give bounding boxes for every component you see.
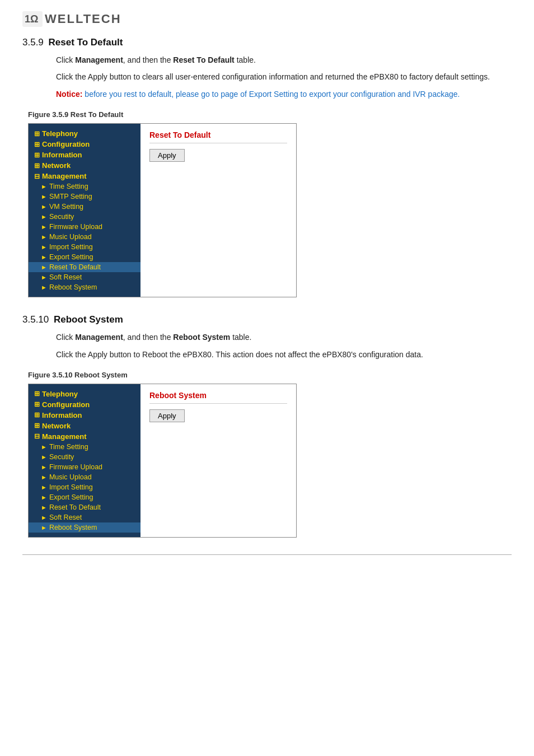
sidebar2-item-export-setting[interactable]: ► Export Setting <box>29 492 140 502</box>
section-3510-desc1: Click Management, and then the Reboot Sy… <box>56 331 512 343</box>
sidebar-item-smtp-setting-label: SMTP Setting <box>49 193 92 200</box>
plus-icon: ⊞ <box>34 390 40 398</box>
arrow-icon: ► <box>41 494 47 501</box>
sidebar2-item-reboot-system[interactable]: ► Reboot System <box>29 522 140 533</box>
sidebar2-item-secutity[interactable]: ► Secutity <box>29 452 140 462</box>
sidebar-item-configuration-label: Configuration <box>42 140 90 148</box>
page-divider <box>22 554 512 555</box>
sidebar-item-vm-setting[interactable]: ► VM Setting <box>29 202 140 212</box>
sidebar2-item-telephony-label: Telephony <box>42 390 78 398</box>
sidebar-item-reboot-system-label: Reboot System <box>49 283 97 291</box>
plus-icon: ⊞ <box>34 130 40 138</box>
sidebar-item-import-setting[interactable]: ► Import Setting <box>29 242 140 252</box>
sidebar-item-time-setting[interactable]: ► Time Setting <box>29 181 140 192</box>
section-359-heading: 3.5.9 Reset To Default <box>22 37 512 48</box>
sidebar-item-telephony[interactable]: ⊞ Telephony <box>29 128 140 139</box>
sidebar2-item-soft-reset[interactable]: ► Soft Reset <box>29 512 140 522</box>
logo-icon: 1Ω <box>22 11 43 27</box>
sidebar-item-music-upload-label: Music Upload <box>49 233 92 241</box>
sidebar-item-time-setting-label: Time Setting <box>49 183 88 190</box>
section-359-title: Reset To Default <box>49 37 123 48</box>
notice-label: Notice: <box>56 90 82 99</box>
figure-359-sidebar: ⊞ Telephony ⊞ Configuration ⊞ Informatio… <box>29 124 140 297</box>
arrow-icon: ► <box>41 444 47 450</box>
arrow-icon: ► <box>41 474 47 480</box>
sidebar-item-reset-to-default-label: Reset To Default <box>49 263 101 271</box>
sidebar-item-firmware-upload[interactable]: ► Firmware Upload <box>29 222 140 232</box>
arrow-icon: ► <box>41 524 47 531</box>
arrow-icon: ► <box>41 183 47 190</box>
sidebar2-item-management-label: Management <box>42 432 86 441</box>
sidebar-item-management[interactable]: ⊟ Management <box>29 171 140 181</box>
sidebar-item-export-setting-label: Export Setting <box>49 253 93 261</box>
arrow-icon: ► <box>41 264 47 270</box>
sidebar-item-information[interactable]: ⊞ Information <box>29 150 140 160</box>
plus-icon: ⊞ <box>34 151 40 159</box>
arrow-icon: ► <box>41 223 47 230</box>
figure-359-main-title: Reset To Default <box>149 130 287 143</box>
sidebar2-item-import-setting-label: Import Setting <box>49 483 93 491</box>
figure-359-main: Reset To Default Apply <box>140 124 296 297</box>
arrow-icon: ► <box>41 244 47 250</box>
sidebar2-item-soft-reset-label: Soft Reset <box>49 514 82 521</box>
sidebar2-item-secutity-label: Secutity <box>49 453 74 461</box>
arrow-icon: ► <box>41 514 47 521</box>
sidebar2-item-music-upload[interactable]: ► Music Upload <box>29 472 140 482</box>
sidebar-item-secutity[interactable]: ► Secutity <box>29 212 140 222</box>
logo-text: WELLTECH <box>45 12 121 26</box>
sidebar-item-soft-reset-label: Soft Reset <box>49 273 82 281</box>
section-359-desc2: Click the Apply button to clears all use… <box>56 71 512 83</box>
plus-icon: ⊞ <box>34 422 40 430</box>
figure-3510-apply-button[interactable]: Apply <box>149 409 185 422</box>
sidebar-item-smtp-setting[interactable]: ► SMTP Setting <box>29 192 140 202</box>
sidebar2-item-telephony[interactable]: ⊞ Telephony <box>29 389 140 399</box>
arrow-icon: ► <box>41 193 47 200</box>
arrow-icon: ► <box>41 203 47 210</box>
sidebar-item-reboot-system[interactable]: ► Reboot System <box>29 282 140 292</box>
sidebar2-item-export-setting-label: Export Setting <box>49 493 93 501</box>
sidebar2-item-network[interactable]: ⊞ Network <box>29 421 140 431</box>
sidebar2-item-import-setting[interactable]: ► Import Setting <box>29 482 140 492</box>
sidebar2-item-management[interactable]: ⊟ Management <box>29 431 140 442</box>
plus-icon: ⊞ <box>34 141 40 148</box>
sidebar-item-configuration[interactable]: ⊞ Configuration <box>29 139 140 150</box>
sidebar-item-secutity-label: Secutity <box>49 213 74 221</box>
arrow-icon: ► <box>41 454 47 460</box>
section-359-desc1: Click Management, and then the Reset To … <box>56 54 512 66</box>
plus-icon: ⊞ <box>34 411 40 419</box>
sidebar2-item-information-label: Information <box>42 411 82 419</box>
figure-359-apply-button[interactable]: Apply <box>149 149 185 162</box>
arrow-icon: ► <box>41 213 47 220</box>
sidebar-item-telephony-label: Telephony <box>42 129 78 138</box>
section-359-notice: Notice: before you rest to default, plea… <box>56 88 512 100</box>
logo-area: 1Ω WELLTECH <box>22 11 512 27</box>
sidebar-item-network[interactable]: ⊞ Network <box>29 160 140 171</box>
plus-icon: ⊞ <box>34 400 40 408</box>
sidebar2-item-configuration-label: Configuration <box>42 400 90 409</box>
sidebar2-item-reset-to-default-label: Reset To Default <box>49 503 101 511</box>
section-3510-heading: 3.5.10 Reboot System <box>22 314 512 325</box>
section-359: 3.5.9 Reset To Default Click Management,… <box>22 37 512 297</box>
sidebar-item-soft-reset[interactable]: ► Soft Reset <box>29 272 140 282</box>
section-3510-desc2: Click the Apply button to Reboot the ePB… <box>56 348 512 361</box>
sidebar-item-reset-to-default[interactable]: ► Reset To Default <box>29 262 140 272</box>
plus-icon: ⊞ <box>34 162 40 170</box>
arrow-icon: ► <box>41 254 47 260</box>
arrow-icon: ► <box>41 284 47 291</box>
sidebar-item-export-setting[interactable]: ► Export Setting <box>29 252 140 262</box>
sidebar-item-network-label: Network <box>42 161 71 170</box>
sidebar2-item-configuration[interactable]: ⊞ Configuration <box>29 399 140 410</box>
sidebar-item-firmware-upload-label: Firmware Upload <box>49 223 102 231</box>
sidebar2-item-firmware-upload[interactable]: ► Firmware Upload <box>29 462 140 472</box>
sidebar2-item-time-setting-label: Time Setting <box>49 443 88 451</box>
section-3510: 3.5.10 Reboot System Click Management, a… <box>22 314 512 538</box>
arrow-icon: ► <box>41 234 47 240</box>
svg-text:1Ω: 1Ω <box>25 13 38 25</box>
sidebar2-item-time-setting[interactable]: ► Time Setting <box>29 442 140 452</box>
sidebar2-item-reset-to-default[interactable]: ► Reset To Default <box>29 502 140 512</box>
sidebar-item-music-upload[interactable]: ► Music Upload <box>29 232 140 242</box>
figure-359-label: Figure 3.5.9 Rest To Default <box>28 110 512 119</box>
sidebar2-item-information[interactable]: ⊞ Information <box>29 410 140 421</box>
arrow-icon: ► <box>41 484 47 491</box>
sidebar-item-import-setting-label: Import Setting <box>49 243 93 251</box>
